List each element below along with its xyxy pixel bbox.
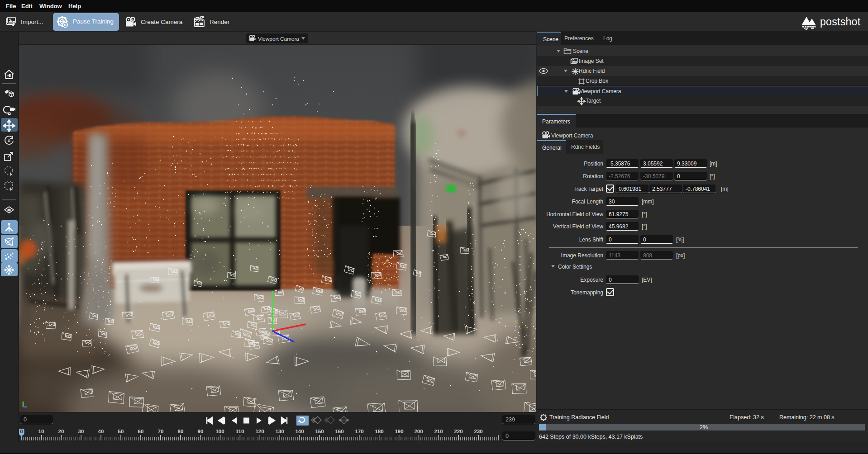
svg-text:160: 160 bbox=[335, 429, 343, 434]
svg-text:60: 60 bbox=[138, 429, 144, 434]
svg-text:0: 0 bbox=[20, 429, 23, 434]
svg-text:150: 150 bbox=[315, 429, 324, 434]
svg-text:90: 90 bbox=[198, 429, 204, 434]
svg-text:220: 220 bbox=[454, 429, 463, 434]
svg-text:30: 30 bbox=[78, 429, 84, 434]
svg-text:130: 130 bbox=[275, 429, 284, 434]
svg-text:20: 20 bbox=[58, 429, 64, 434]
svg-text:70: 70 bbox=[158, 429, 164, 434]
svg-text:10: 10 bbox=[38, 429, 44, 434]
svg-text:180: 180 bbox=[375, 429, 383, 434]
svg-text:80: 80 bbox=[178, 429, 184, 434]
svg-text:50: 50 bbox=[118, 429, 124, 434]
svg-text:120: 120 bbox=[255, 429, 264, 434]
svg-text:170: 170 bbox=[355, 429, 363, 434]
svg-text:140: 140 bbox=[295, 429, 304, 434]
svg-text:230: 230 bbox=[474, 429, 482, 434]
svg-text:110: 110 bbox=[236, 429, 244, 434]
svg-text:200: 200 bbox=[414, 429, 423, 434]
svg-text:40: 40 bbox=[98, 429, 104, 434]
svg-text:190: 190 bbox=[395, 429, 403, 434]
svg-text:100: 100 bbox=[215, 429, 224, 434]
svg-text:210: 210 bbox=[434, 429, 443, 434]
